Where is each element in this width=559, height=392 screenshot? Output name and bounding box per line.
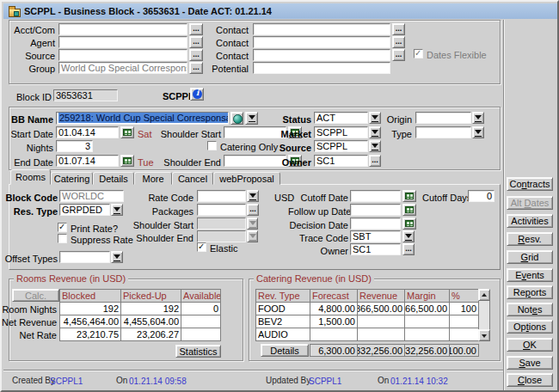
type-field[interactable]	[415, 126, 471, 138]
tab-owner-field[interactable]: SC1	[350, 243, 401, 255]
print-rate-checkbox[interactable]	[58, 223, 67, 232]
cat-row-audio-forecast[interactable]	[310, 328, 358, 341]
dates-flexible-checkbox[interactable]	[414, 49, 423, 58]
origin-field[interactable]	[415, 112, 471, 124]
tab-details[interactable]: Details	[93, 172, 134, 185]
cat-total-forecast: 6,300.00	[310, 344, 358, 357]
cat-row-bev2-revenue[interactable]	[357, 315, 405, 328]
acct-com-field[interactable]	[58, 23, 187, 35]
rate-code-list-button[interactable]	[247, 190, 259, 202]
follow-up-calendar-button[interactable]	[402, 204, 416, 216]
end-date-field[interactable]: 01.07.14	[56, 155, 119, 167]
nights-field[interactable]: 3	[56, 140, 93, 152]
elastic-label: Elastic	[210, 243, 249, 254]
close-button[interactable]: Close	[507, 373, 553, 387]
rate-code-field[interactable]	[197, 190, 246, 202]
tab-owner-lookup-button[interactable]: ...	[402, 243, 415, 255]
bb-name-field[interactable]: 259218: World Cup Special Corresponsals	[56, 112, 229, 125]
cat-row-food-pct[interactable]: 100	[449, 302, 479, 315]
source-code-field[interactable]: SCPPL	[314, 140, 368, 152]
reports-button[interactable]: Reports	[507, 285, 553, 299]
market-field[interactable]: SCPPL	[314, 126, 368, 138]
resv-button[interactable]: Resv.	[507, 232, 553, 246]
contact1-lookup-button[interactable]: ...	[392, 23, 405, 35]
source-code-list-button[interactable]	[369, 140, 381, 152]
block-code-field[interactable]: WORLDC	[59, 190, 124, 202]
cat-row-food-margin[interactable]: 9,866,500.00	[404, 302, 450, 315]
tab-catering[interactable]: Catering	[51, 172, 93, 185]
cat-row-food-revenue[interactable]: 9,866,500.00	[357, 302, 405, 315]
owner-lookup-button[interactable]: ...	[369, 155, 381, 167]
tab-rooms[interactable]: Rooms	[10, 169, 51, 185]
contact2-field[interactable]	[253, 36, 390, 48]
statistics-button[interactable]: Statistics	[175, 345, 221, 358]
cutoff-date-field[interactable]	[350, 190, 401, 202]
contact1-field[interactable]	[253, 23, 390, 35]
save-button[interactable]: Save	[507, 356, 553, 370]
trace-code-list-button[interactable]	[402, 230, 415, 242]
source-field[interactable]	[58, 49, 187, 61]
bb-name-list-button[interactable]	[245, 112, 258, 125]
cat-row-bev2-type[interactable]: BEV2	[255, 315, 310, 328]
cat-row-bev2-pct[interactable]	[449, 315, 479, 328]
block-id-field: 3653631	[53, 89, 118, 101]
cat-row-audio-revenue[interactable]	[357, 328, 405, 341]
suppress-rate-checkbox[interactable]	[58, 234, 67, 243]
source-lookup-button[interactable]: ...	[189, 49, 203, 61]
status-field[interactable]: ACT	[314, 112, 368, 124]
cat-row-food-forecast[interactable]: 4,800.00	[310, 302, 358, 315]
tab-more[interactable]: More	[134, 172, 172, 185]
origin-list-button[interactable]	[472, 112, 484, 124]
activities-button[interactable]: Activities	[507, 214, 553, 228]
cat-row-bev2-margin[interactable]	[404, 315, 450, 328]
cat-row-audio-type[interactable]: AUDIO	[255, 328, 310, 341]
events-button[interactable]: Events	[507, 268, 553, 282]
contact3-field[interactable]	[253, 49, 390, 61]
decision-calendar-button[interactable]	[402, 217, 416, 230]
decision-date-field[interactable]	[350, 217, 401, 230]
contracts-button[interactable]: Contracts	[507, 177, 553, 191]
group-field[interactable]: World Cup Special Corresponsals	[58, 62, 187, 74]
elastic-checkbox[interactable]	[197, 242, 206, 252]
title-bar[interactable]: SCPPL - Business Block - 3653631 - Date …	[3, 3, 557, 19]
follow-up-date-field[interactable]	[350, 204, 401, 216]
business-block-window: SCPPL - Business Block - 3653631 - Date …	[0, 0, 559, 392]
cat-row-audio-pct[interactable]	[449, 328, 479, 341]
notes-button[interactable]: Notes	[507, 303, 553, 316]
cutoff-date-calendar-button[interactable]	[402, 190, 416, 202]
res-type-list-button[interactable]	[111, 204, 123, 216]
contact2-lookup-button[interactable]: ...	[392, 36, 405, 48]
scroll-up-icon[interactable]	[478, 289, 490, 301]
group-lookup-button[interactable]: ...	[189, 62, 203, 74]
translate-globe-button[interactable]	[230, 112, 243, 125]
trace-code-field[interactable]: SBT	[350, 230, 401, 242]
start-date-field[interactable]: 01.04.14	[56, 126, 119, 138]
owner-field[interactable]: SC1	[314, 155, 368, 167]
offset-types-field[interactable]	[59, 251, 110, 263]
tab-webproposal[interactable]: webProposal	[213, 172, 280, 185]
cutoff-days-field[interactable]: 0	[468, 190, 494, 202]
catering-only-checkbox[interactable]	[207, 141, 217, 150]
cat-row-bev2-forecast[interactable]: 1,500.00	[310, 315, 358, 328]
res-type-field[interactable]: GRPDED	[59, 204, 110, 216]
contact3-lookup-button[interactable]: ...	[392, 49, 405, 61]
options-button[interactable]: Options	[507, 320, 553, 334]
details-button[interactable]: Details	[261, 344, 309, 357]
agent-lookup-button[interactable]: ...	[189, 36, 203, 48]
type-list-button[interactable]	[472, 126, 484, 138]
packages-lookup-button[interactable]: ...	[247, 204, 259, 216]
property-info-button[interactable]	[190, 88, 204, 101]
grid-button[interactable]: Grid	[507, 250, 553, 264]
cat-row-audio-margin[interactable]	[404, 328, 450, 341]
offset-types-list-button[interactable]	[111, 251, 123, 263]
tab-cancel[interactable]: Cancel	[172, 172, 213, 185]
start-date-calendar-button[interactable]	[120, 126, 134, 138]
acct-com-lookup-button[interactable]: ...	[189, 23, 203, 35]
packages-field[interactable]	[197, 204, 246, 216]
cat-row-food-type[interactable]: FOOD	[255, 302, 310, 315]
potential-field[interactable]	[253, 62, 390, 74]
end-date-calendar-button[interactable]	[120, 155, 134, 167]
agent-field[interactable]	[58, 36, 187, 48]
scroll-down-icon[interactable]	[478, 329, 490, 341]
ok-button[interactable]: OK	[507, 338, 553, 352]
